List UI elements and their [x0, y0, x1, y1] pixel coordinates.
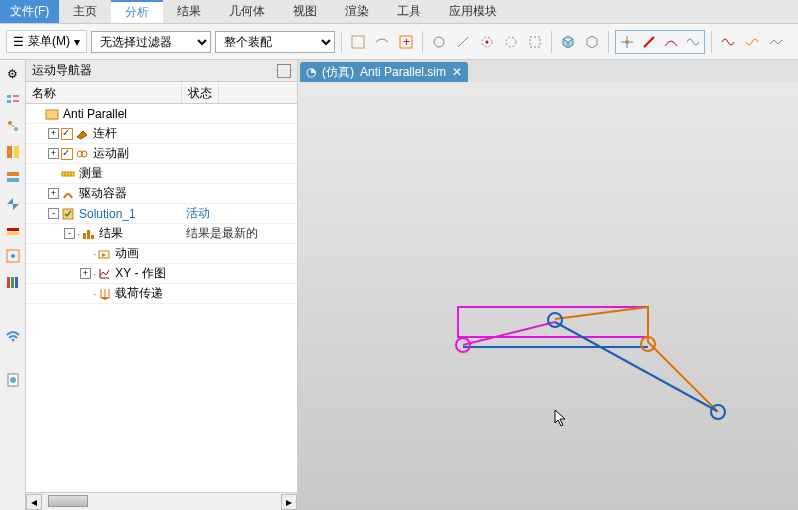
svg-point-26 [11, 254, 15, 258]
expand-icon[interactable]: + [48, 188, 59, 199]
tool-cube-icon[interactable] [558, 32, 578, 52]
tree-row[interactable]: Anti Parallel [26, 104, 297, 124]
pin-icon[interactable] [277, 64, 291, 78]
col-name-header[interactable]: 名称 [26, 82, 182, 103]
tree-row[interactable]: ·载荷传递 [26, 284, 297, 304]
tool-icon-8[interactable] [525, 32, 545, 52]
tree-row[interactable]: -Solution_1活动 [26, 204, 297, 224]
tool-icon-6[interactable] [477, 32, 497, 52]
nav-icon-6[interactable] [3, 220, 23, 240]
nav-icon-2[interactable] [3, 116, 23, 136]
svg-line-54 [648, 342, 718, 412]
tool-icon-2[interactable] [372, 32, 392, 52]
viewport-tab[interactable]: ◔ (仿真) Anti Parallel.sim ✕ [300, 62, 468, 82]
menu-button[interactable]: ☰ 菜单(M) ▾ [6, 30, 87, 53]
assembly-select[interactable]: 整个装配 [215, 31, 335, 53]
tab-view[interactable]: 视图 [279, 0, 331, 23]
separator [551, 31, 552, 53]
nav-icon-wifi[interactable] [3, 324, 23, 344]
snap-curve-icon[interactable] [683, 32, 703, 52]
svg-line-18 [12, 125, 14, 127]
settings-icon[interactable]: ⚙ [3, 64, 23, 84]
nav-icon-doc[interactable] [3, 370, 23, 390]
tool-cube2-icon[interactable] [582, 32, 602, 52]
tab-render[interactable]: 渲染 [331, 0, 383, 23]
nav-icon-5[interactable] [3, 194, 23, 214]
tool-icon-1[interactable] [348, 32, 368, 52]
scroll-right-arrow[interactable]: ▸ [281, 494, 297, 510]
collapse-icon[interactable]: - [48, 208, 59, 219]
filter-select[interactable]: 无选择过滤器 [91, 31, 211, 53]
nav-icon-3[interactable] [3, 142, 23, 162]
tab-home[interactable]: 主页 [59, 0, 111, 23]
tab-prefix: (仿真) [322, 64, 354, 81]
tree-row[interactable]: +驱动容器 [26, 184, 297, 204]
svg-rect-22 [7, 178, 19, 182]
tree-row[interactable]: -·结果结果是最新的 [26, 224, 297, 244]
svg-rect-29 [15, 277, 18, 288]
scroll-left-arrow[interactable]: ◂ [26, 494, 42, 510]
navigator-tree[interactable]: Anti Parallel+连杆+运动副测量+驱动容器-Solution_1活动… [26, 104, 297, 492]
expand-icon[interactable]: + [48, 128, 59, 139]
snap-tangent-icon[interactable] [661, 32, 681, 52]
tool-icon-7[interactable] [501, 32, 521, 52]
tree-row[interactable]: +连杆 [26, 124, 297, 144]
tab-geometry[interactable]: 几何体 [215, 0, 279, 23]
svg-point-32 [10, 377, 16, 383]
snap-point-icon[interactable] [617, 32, 637, 52]
scroll-track[interactable] [42, 494, 281, 510]
svg-rect-28 [11, 277, 14, 288]
close-icon[interactable]: ✕ [452, 65, 462, 79]
tool-icon-3[interactable]: + [396, 32, 416, 52]
col-status-header[interactable]: 状态 [182, 82, 219, 103]
tree-row[interactable]: +运动副 [26, 144, 297, 164]
tree-status: 活动 [182, 205, 210, 222]
horizontal-scrollbar[interactable]: ◂ ▸ [26, 492, 297, 510]
nav-icon-4[interactable] [3, 168, 23, 188]
scroll-thumb[interactable] [48, 495, 88, 507]
wave-icon-2[interactable] [742, 32, 762, 52]
tree-row[interactable]: ·动画 [26, 244, 297, 264]
tool-icon-5[interactable] [453, 32, 473, 52]
wave-icon-1[interactable] [718, 32, 738, 52]
tab-tools[interactable]: 工具 [383, 0, 435, 23]
tree-label: Solution_1 [77, 207, 136, 221]
svg-text:+: + [403, 35, 410, 49]
tool-icon-4[interactable] [429, 32, 449, 52]
separator [422, 31, 423, 53]
toolbar: ☰ 菜单(M) ▾ 无选择过滤器 整个装配 + [0, 24, 798, 60]
nav-icon-7[interactable] [3, 246, 23, 266]
nav-icon-1[interactable] [3, 90, 23, 110]
svg-line-11 [644, 37, 654, 47]
result-icon [81, 227, 95, 241]
menu-icon: ☰ [13, 35, 24, 49]
dropdown-icon: ▾ [74, 35, 80, 49]
tab-results[interactable]: 结果 [163, 0, 215, 23]
tab-application[interactable]: 应用模块 [435, 0, 511, 23]
driver-icon [61, 187, 75, 201]
tree-label: 运动副 [91, 145, 129, 162]
sim-icon: ◔ [306, 65, 316, 79]
svg-rect-21 [7, 172, 19, 176]
svg-line-53 [463, 322, 555, 345]
anim-icon [97, 247, 111, 261]
viewport-tabbar: ◔ (仿真) Anti Parallel.sim ✕ [298, 60, 798, 82]
checkbox[interactable] [61, 128, 73, 140]
nav-icon-books[interactable] [3, 272, 23, 292]
tree-row[interactable]: 测量 [26, 164, 297, 184]
expand-icon[interactable]: + [80, 268, 91, 279]
tree-label: 载荷传递 [113, 285, 163, 302]
expand-icon[interactable]: + [48, 148, 59, 159]
checkbox[interactable] [61, 148, 73, 160]
collapse-icon[interactable]: - [64, 228, 75, 239]
svg-line-56 [555, 322, 717, 411]
separator [608, 31, 609, 53]
svg-rect-41 [83, 233, 86, 239]
svg-point-35 [81, 151, 87, 157]
snap-line-icon[interactable] [639, 32, 659, 52]
tree-row[interactable]: +·XY - 作图 [26, 264, 297, 284]
file-menu[interactable]: 文件(F) [0, 0, 59, 23]
wave-icon-3[interactable] [766, 32, 786, 52]
tab-analysis[interactable]: 分析 [111, 0, 163, 23]
viewport-canvas[interactable] [298, 82, 798, 510]
